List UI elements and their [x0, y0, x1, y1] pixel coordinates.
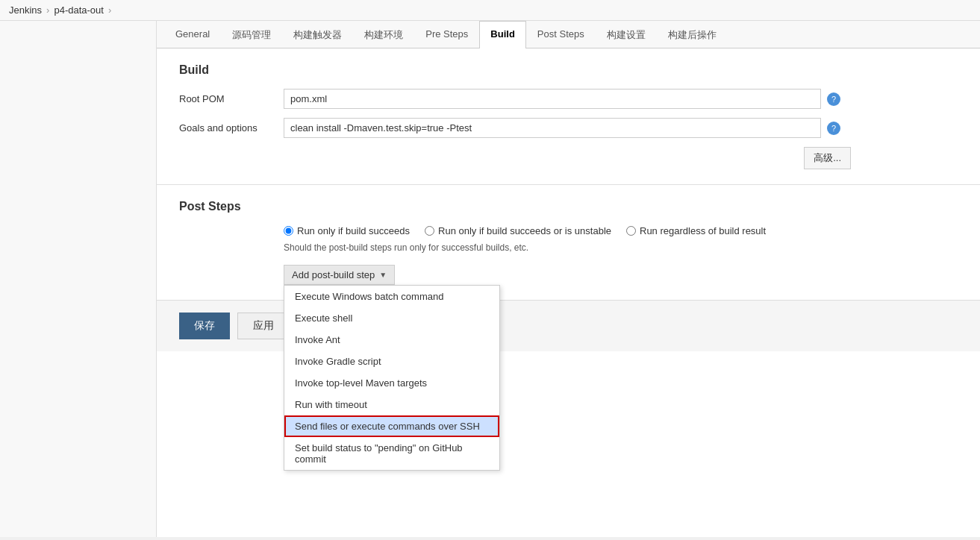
menu-item-run-timeout[interactable]: Run with timeout	[284, 394, 499, 415]
action-bar: 保存 应用	[157, 300, 980, 351]
tab-general[interactable]: General	[164, 21, 221, 48]
goals-input[interactable]	[284, 118, 821, 138]
radio-succeeds-label: Run only if build succeeds	[297, 225, 410, 236]
hint-text: Should the post-build steps run only for…	[179, 242, 958, 253]
menu-item-execute-shell[interactable]: Execute shell	[284, 307, 499, 329]
root-pom-input[interactable]	[284, 89, 821, 109]
menu-item-windows-batch[interactable]: Execute Windows batch command	[284, 286, 499, 307]
radio-regardless-label: Run regardless of build result	[640, 225, 766, 236]
radio-unstable[interactable]: Run only if build succeeds or is unstabl…	[425, 225, 611, 236]
tab-presteps[interactable]: Pre Steps	[414, 21, 479, 48]
build-title: Build	[179, 63, 958, 77]
tab-post-actions[interactable]: 构建后操作	[657, 21, 728, 48]
breadcrumb-p4[interactable]: p4-data-out	[54, 4, 104, 16]
build-section: Build Root POM ? Goals and options ? 高级.…	[157, 48, 980, 185]
save-button[interactable]: 保存	[179, 313, 230, 339]
root-pom-row: Root POM ?	[179, 89, 958, 109]
radio-regardless[interactable]: Run regardless of build result	[626, 225, 766, 236]
radio-regardless-input[interactable]	[626, 226, 636, 236]
content-area: General 源码管理 构建触发器 构建环境 Pre Steps Build …	[157, 21, 980, 537]
dropdown-arrow-icon: ▼	[379, 271, 387, 279]
radio-group: Run only if build succeeds Run only if b…	[179, 225, 958, 236]
menu-item-invoke-maven[interactable]: Invoke top-level Maven targets	[284, 372, 499, 394]
tab-env[interactable]: 构建环境	[353, 21, 414, 48]
menu-item-github-pending[interactable]: Set build status to "pending" on GitHub …	[284, 437, 499, 470]
tab-build[interactable]: Build	[479, 21, 526, 48]
dropdown-menu: Execute Windows batch command Execute sh…	[284, 285, 500, 471]
sidebar	[0, 21, 157, 537]
apply-button[interactable]: 应用	[237, 313, 290, 339]
breadcrumb-jenkins[interactable]: Jenkins	[9, 4, 42, 16]
post-steps-section: Post Steps Run only if build succeeds Ru…	[157, 185, 980, 300]
tab-trigger[interactable]: 构建触发器	[282, 21, 353, 48]
radio-unstable-input[interactable]	[425, 226, 434, 236]
breadcrumb-sep-2: ›	[108, 4, 111, 16]
radio-unstable-label: Run only if build succeeds or is unstabl…	[438, 225, 611, 236]
advanced-button[interactable]: 高级...	[804, 147, 851, 169]
radio-succeeds[interactable]: Run only if build succeeds	[284, 225, 410, 236]
post-steps-title: Post Steps	[179, 200, 958, 213]
goals-help-icon[interactable]: ?	[827, 122, 840, 135]
add-post-build-dropdown: Add post-build step ▼ Execute Windows ba…	[284, 265, 395, 285]
tab-bar: General 源码管理 构建触发器 构建环境 Pre Steps Build …	[157, 21, 980, 48]
tab-poststeps[interactable]: Post Steps	[526, 21, 596, 48]
goals-row: Goals and options ?	[179, 118, 958, 138]
breadcrumb-sep-1: ›	[46, 4, 49, 16]
radio-succeeds-input[interactable]	[284, 226, 293, 236]
tab-build-settings[interactable]: 构建设置	[596, 21, 657, 48]
add-post-build-button[interactable]: Add post-build step ▼	[284, 265, 395, 285]
menu-item-ssh[interactable]: Send files or execute commands over SSH	[284, 415, 499, 437]
tab-source[interactable]: 源码管理	[221, 21, 282, 48]
menu-item-invoke-gradle[interactable]: Invoke Gradle script	[284, 351, 499, 372]
breadcrumb: Jenkins › p4-data-out ›	[0, 0, 980, 21]
add-post-build-label: Add post-build step	[292, 269, 375, 280]
root-pom-label: Root POM	[179, 93, 284, 104]
goals-label: Goals and options	[179, 122, 284, 134]
advanced-btn-row: 高级...	[179, 147, 851, 169]
menu-item-invoke-ant[interactable]: Invoke Ant	[284, 329, 499, 351]
root-pom-help-icon[interactable]: ?	[827, 92, 840, 106]
